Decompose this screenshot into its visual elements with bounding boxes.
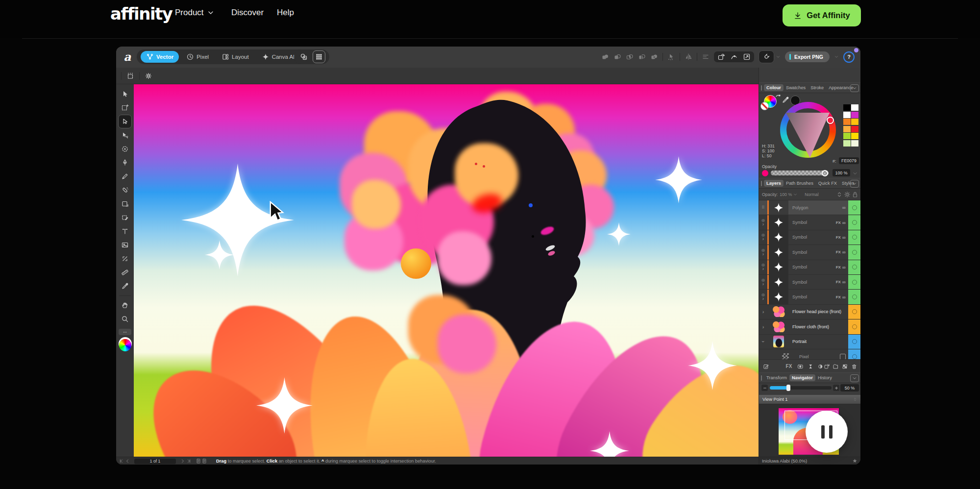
expand-chevron-icon[interactable]: › (762, 267, 764, 271)
link-icon[interactable]: ∞ (842, 294, 846, 300)
edit-points-icon[interactable] (730, 53, 738, 61)
point-transform-tool[interactable] (118, 252, 132, 266)
colour-selector[interactable] (118, 338, 132, 352)
selection-brush-tool[interactable] (118, 142, 132, 156)
artboard-icon[interactable] (126, 72, 134, 80)
expand-chevron-icon[interactable]: › (762, 222, 764, 226)
tab-colour[interactable]: Colour (764, 84, 784, 91)
layer-row[interactable]: ›Flower head piece (front) (759, 305, 860, 319)
document-canvas[interactable] (134, 84, 759, 457)
blend-updown-icon[interactable] (835, 191, 843, 198)
add-pixel-layer-icon[interactable] (824, 363, 830, 370)
link-icon[interactable]: ∞ (842, 265, 846, 270)
swatch[interactable] (843, 133, 851, 139)
help-button[interactable]: ? (843, 51, 855, 63)
layer-thumbnail[interactable] (776, 349, 795, 359)
node-tool[interactable] (118, 115, 132, 128)
place-image-tool[interactable] (118, 238, 132, 252)
next-page-button[interactable] (180, 458, 186, 464)
fx-badge[interactable]: FX (836, 235, 841, 240)
visibility-toggle[interactable] (848, 275, 860, 289)
layer-name[interactable]: Portrait (792, 339, 848, 344)
swatch[interactable] (843, 112, 851, 118)
layer-thumbnail[interactable] (769, 335, 788, 349)
hex-input[interactable]: FE0079 (839, 157, 859, 164)
zoom-tool[interactable] (118, 312, 132, 326)
contour-tool[interactable] (118, 128, 132, 142)
chevron-down-icon[interactable] (793, 191, 798, 198)
layer-thumbnail[interactable] (769, 215, 788, 229)
panel-options-button[interactable] (850, 180, 859, 188)
nav-item-discover[interactable]: Discover (231, 8, 264, 18)
swatch[interactable] (843, 140, 851, 147)
current-colour-swatch[interactable] (762, 170, 768, 176)
delete-layer-icon[interactable] (851, 363, 858, 370)
affinity-site-logo[interactable]: affinity (110, 4, 172, 24)
move-tool[interactable] (118, 87, 132, 101)
link-icon[interactable]: ∞ (842, 220, 846, 225)
marquee-select-tool[interactable] (118, 101, 132, 115)
layer-name[interactable]: Polygon (792, 205, 842, 210)
layer-thumbnail[interactable] (769, 305, 788, 319)
panel-grip[interactable] (761, 375, 762, 381)
visibility-toggle[interactable] (848, 260, 860, 274)
layer-row[interactable]: ◎›SymbolFX∞ (759, 230, 860, 245)
fx-badge[interactable]: FX (836, 250, 841, 254)
adjustment-icon[interactable] (808, 363, 814, 370)
star-icon[interactable] (852, 458, 858, 464)
zoom-slider[interactable] (770, 386, 832, 390)
layer-row[interactable]: ◎›SymbolFX∞ (759, 260, 860, 275)
swatch[interactable] (851, 133, 858, 139)
tab-transform[interactable]: Transform (764, 374, 789, 381)
previous-page-button[interactable] (124, 458, 130, 464)
expand-chevron-icon[interactable]: › (762, 325, 764, 329)
video-pause-button[interactable] (806, 411, 848, 453)
fx-badge[interactable]: FX (836, 295, 841, 299)
viewpoint-select[interactable]: View Point 1 (759, 395, 860, 404)
shape-builder-tool[interactable] (118, 211, 132, 224)
get-affinity-button[interactable]: Get Affinity (783, 4, 861, 26)
colour-profile-button[interactable] (298, 51, 310, 63)
swatch[interactable] (851, 140, 858, 147)
tab-navigator[interactable]: Navigator (789, 374, 815, 381)
swatch[interactable] (843, 126, 851, 132)
visibility-toggle[interactable] (848, 215, 860, 229)
shape-tool[interactable] (118, 197, 132, 211)
visibility-toggle[interactable] (848, 335, 860, 349)
expand-chevron-icon[interactable]: › (762, 252, 764, 256)
hue-selector[interactable] (827, 117, 834, 124)
opacity-value[interactable]: 100 % (833, 169, 850, 176)
fx-badge[interactable]: FX (836, 265, 841, 269)
drag-handle-icon[interactable]: ⠿ (762, 206, 765, 210)
layer-name[interactable]: Symbol (792, 250, 836, 255)
nav-item-product[interactable]: Product (175, 8, 215, 18)
layer-thumbnail[interactable] (769, 200, 788, 215)
panel-options-button[interactable] (850, 374, 859, 382)
visibility-toggle[interactable] (848, 245, 860, 259)
stroke-none-well[interactable] (760, 102, 769, 110)
layer-name[interactable]: Symbol (792, 280, 836, 285)
layers-opacity-value[interactable]: 100 % (780, 192, 792, 197)
layer-thumbnail[interactable] (769, 319, 788, 334)
layer-name[interactable]: Symbol (792, 235, 836, 240)
lock-icon[interactable] (851, 191, 859, 198)
export-dropdown-icon[interactable] (834, 53, 839, 61)
layer-thumbnail[interactable] (769, 230, 788, 244)
visibility-toggle[interactable] (848, 305, 860, 319)
layer-thumbnail[interactable] (769, 260, 788, 274)
expand-chevron-icon[interactable]: › (762, 310, 764, 314)
persona-tab-canva-ai[interactable]: Canva AI (256, 51, 300, 63)
layer-name[interactable]: Symbol (792, 265, 836, 269)
link-icon[interactable]: ∞ (842, 279, 846, 285)
layer-name[interactable]: Pixel (799, 354, 840, 359)
tab-history[interactable]: History (815, 374, 834, 381)
panel-options-button[interactable] (850, 84, 859, 92)
page-preview-icon[interactable] (201, 458, 207, 464)
vector-brush-tool[interactable] (118, 183, 132, 197)
swatch[interactable] (851, 112, 858, 118)
chevron-down-icon[interactable] (852, 170, 858, 177)
link-icon[interactable]: ∞ (842, 249, 846, 255)
snapping-button[interactable] (759, 50, 774, 63)
zoom-slider-knob[interactable] (786, 385, 790, 391)
layer-row[interactable]: Pixel (759, 349, 860, 359)
